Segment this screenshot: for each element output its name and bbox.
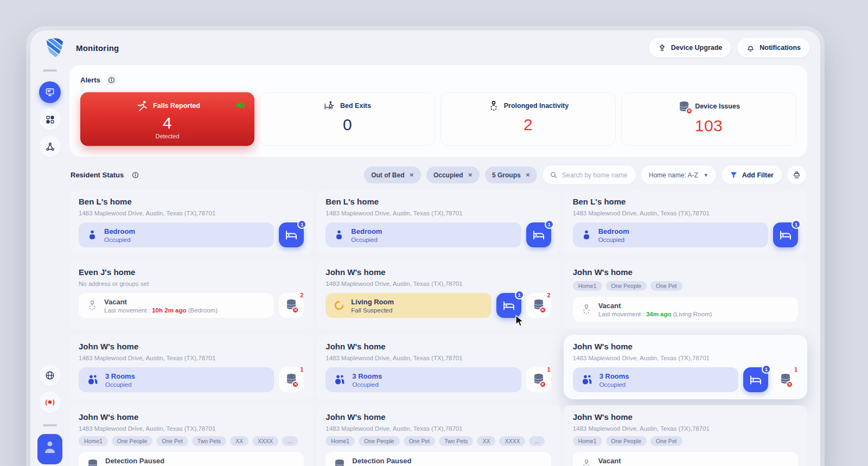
fall-status-pill[interactable]: Living RoomFall Suspected (326, 293, 491, 318)
device-issues-button[interactable]: 1✕ (773, 367, 798, 392)
home-tag: XXXX (499, 436, 525, 446)
bed-status-button[interactable]: 1 (773, 222, 798, 247)
globe-icon (44, 370, 55, 381)
sidebar-item-monitor-icon[interactable] (39, 81, 61, 103)
vacant-status-pill[interactable]: VacantLast movement : 34m ago (Living Ro… (573, 297, 798, 322)
bed-status-button[interactable]: 1 (526, 222, 551, 247)
bed-icon (285, 228, 298, 241)
filter-chip-5-groups[interactable]: 5 Groups✕ (485, 167, 537, 183)
add-filter-button[interactable]: Add Filter (722, 165, 782, 184)
vacant-status-pill[interactable]: VacantLast movement : 10h 2m ago (Bedroo… (79, 293, 274, 318)
sidebar-item-apps-grid-icon[interactable] (39, 108, 61, 130)
info-icon[interactable] (129, 169, 141, 181)
paused-status-pill[interactable]: Detection PausedPlease check your device… (326, 452, 551, 466)
home-address: 1483 Maplewood Drive, Austin, Texas (TX)… (79, 425, 304, 432)
alert-card-falls-reported[interactable]: Falls Reported4Detected (80, 92, 254, 146)
alert-card-device-issues[interactable]: ✕Device Issues103 (621, 92, 796, 146)
sort-dropdown[interactable]: Home name: A-Z ▼ (641, 165, 716, 184)
sidebar-item-network-icon[interactable] (39, 136, 61, 157)
person-icon (86, 229, 98, 241)
home-card[interactable]: Ben L's home1483 Maplewood Drive, Austin… (564, 190, 807, 254)
home-name: John W's home (573, 342, 798, 351)
paused-status-pill[interactable]: Detection PausedPlease check your device… (79, 452, 304, 466)
error-badge-icon: ✕ (686, 107, 693, 114)
home-card[interactable]: John W's home1483 Maplewood Drive, Austi… (316, 260, 560, 329)
funnel-icon (730, 171, 738, 179)
home-address: 1483 Maplewood Drive, Austin, Texas (TX)… (79, 210, 304, 216)
sidebar-divider-bottom (43, 424, 57, 426)
home-card[interactable]: Ben L's home1483 Maplewood Drive, Austin… (69, 190, 313, 254)
device-issues-button[interactable]: 1✕ (526, 367, 551, 392)
filter-chip-occupied[interactable]: Occupied✕ (426, 167, 480, 183)
clear-filters-button[interactable] (787, 165, 806, 184)
person-icon (580, 229, 592, 241)
alert-value: 4 (89, 114, 246, 132)
home-tag: Home1 (573, 281, 602, 291)
home-card[interactable]: John W's home1483 Maplewood Drive, Austi… (564, 405, 807, 466)
bed-status-button[interactable]: 1 (743, 367, 768, 392)
home-card[interactable]: John W's home1483 Maplewood Drive, Austi… (69, 335, 313, 399)
home-tag: XX (230, 436, 248, 446)
error-badge-icon: ✕ (539, 307, 546, 314)
search-box[interactable] (542, 165, 636, 184)
left-sidebar (30, 65, 69, 466)
device-issues-button[interactable]: 2✕ (279, 293, 304, 318)
home-card[interactable]: John W's home1483 Maplewood Drive, Austi… (316, 405, 560, 466)
alert-card-prolonged-inactivity[interactable]: Prolonged Inactivity2 (441, 92, 616, 146)
home-address: 1483 Maplewood Drive, Austin, Texas (TX)… (326, 425, 551, 432)
close-icon[interactable]: ✕ (468, 172, 473, 178)
notifications-button[interactable]: Notifications (737, 38, 809, 58)
alert-label: Prolonged Inactivity (504, 102, 569, 110)
home-name: John W's home (573, 267, 798, 277)
room-status-pill[interactable]: BedroomOccupied (573, 222, 768, 247)
room-status-pill[interactable]: 3 RoomsOccupied (326, 367, 521, 392)
vacant-status-pill[interactable]: VacantLast movement: 3h 2m ago (Bathroom… (573, 452, 798, 466)
alert-card-bed-exits[interactable]: Bed Exits0 (260, 92, 435, 146)
home-card[interactable]: John W's home1483 Maplewood Drive, Austi… (316, 335, 560, 399)
home-card[interactable]: Ben L's home1483 Maplewood Drive, Austin… (316, 190, 560, 254)
apps-grid-icon (45, 114, 55, 125)
device-issue-count: 2 (547, 292, 551, 298)
bed-icon (502, 299, 515, 312)
home-tag: One People (606, 281, 647, 291)
home-card[interactable]: Even J's homeNo address or groups setVac… (69, 260, 313, 329)
device-upgrade-button[interactable]: Device Upgrade (649, 38, 731, 58)
home-name: John W's home (326, 267, 551, 277)
home-address: 1483 Maplewood Drive, Austin, Texas (TX)… (79, 355, 304, 361)
bed-status-button[interactable]: 1 (279, 222, 304, 247)
sound-toggle[interactable] (235, 100, 246, 113)
home-card[interactable]: John W's home1483 Maplewood Drive, Austi… (564, 335, 807, 399)
room-status-pill[interactable]: 3 RoomsOccupied (573, 367, 738, 392)
chevron-down-icon: ▼ (704, 173, 709, 178)
home-card[interactable]: John W's homeHome1One PeopleOne PetVacan… (564, 260, 807, 329)
user-icon (43, 438, 57, 455)
sidebar-item-canada-flag-icon[interactable] (39, 392, 61, 413)
sidebar-item-globe-icon[interactable] (39, 365, 61, 386)
info-icon[interactable] (106, 74, 118, 86)
search-input[interactable] (562, 171, 627, 179)
home-tag: Two Pets (192, 436, 226, 446)
person-dashed-icon (86, 299, 98, 311)
home-tag: ... (282, 436, 298, 446)
home-address: 1483 Maplewood Drive, Austin, Texas (TX)… (573, 425, 798, 432)
home-name: Ben L's home (79, 197, 304, 206)
profile-button[interactable] (37, 434, 62, 464)
home-name: Ben L's home (573, 197, 798, 206)
close-icon[interactable]: ✕ (526, 172, 530, 178)
device-issues-button[interactable]: 2✕ (526, 293, 551, 318)
device-issues-button[interactable]: 1✕ (279, 367, 304, 392)
home-tag: One People (112, 436, 152, 446)
home-name: John W's home (79, 342, 304, 351)
room-status-pill[interactable]: BedroomOccupied (79, 222, 274, 247)
bell-icon (746, 43, 755, 53)
alert-value: 103 (630, 117, 787, 135)
close-icon[interactable]: ✕ (409, 172, 413, 178)
home-card[interactable]: John W's home1483 Maplewood Drive, Austi… (69, 405, 313, 466)
home-name: John W's home (326, 412, 551, 422)
bed-count-badge: 1 (762, 365, 771, 374)
room-status-pill[interactable]: BedroomOccupied (326, 222, 521, 247)
device-issue-count: 2 (300, 292, 303, 298)
bed-status-button[interactable]: 1 (496, 293, 521, 318)
room-status-pill[interactable]: 3 RoomsOccupied (79, 367, 274, 392)
filter-chip-out-of-bed[interactable]: Out of Bed✕ (364, 167, 421, 183)
